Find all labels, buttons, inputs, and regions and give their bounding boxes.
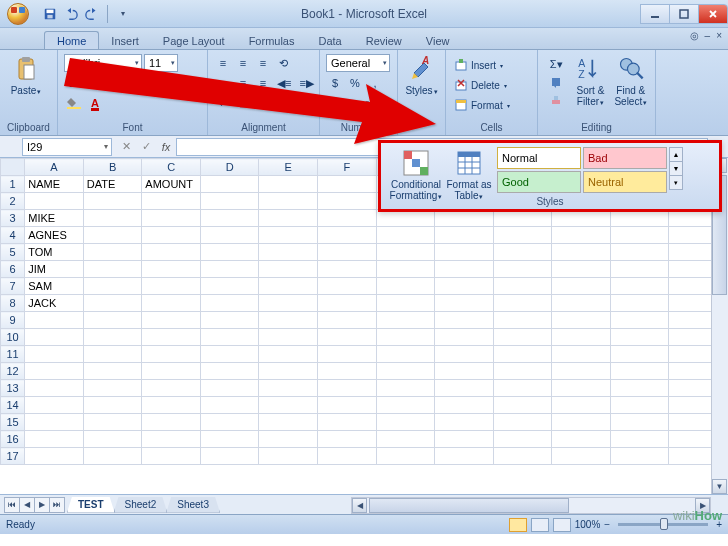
cell[interactable] (318, 193, 377, 210)
row-header[interactable]: 13 (1, 380, 25, 397)
cell[interactable]: MIKE (25, 210, 84, 227)
cell[interactable] (83, 363, 142, 380)
cell[interactable] (493, 227, 552, 244)
cell[interactable] (552, 261, 611, 278)
cell[interactable] (259, 346, 318, 363)
cell[interactable] (200, 278, 259, 295)
cell[interactable] (376, 295, 435, 312)
cell[interactable] (25, 346, 84, 363)
cell[interactable] (200, 261, 259, 278)
tab-page-layout[interactable]: Page Layout (151, 32, 237, 49)
format-as-table-button[interactable]: Format as Table (445, 147, 493, 209)
align-top-button[interactable]: ≡ (214, 54, 232, 72)
tab-insert[interactable]: Insert (99, 32, 151, 49)
row-header[interactable]: 17 (1, 448, 25, 465)
qat-customize-icon[interactable]: ▾ (115, 6, 131, 22)
font-color-button[interactable]: A (86, 94, 104, 112)
cell[interactable] (142, 414, 201, 431)
minimize-button[interactable] (640, 4, 670, 24)
cell[interactable] (552, 295, 611, 312)
cell[interactable] (610, 261, 669, 278)
cell[interactable] (142, 363, 201, 380)
border-button[interactable] (124, 74, 142, 92)
cell[interactable] (83, 397, 142, 414)
cell[interactable] (435, 346, 494, 363)
cell[interactable] (493, 329, 552, 346)
cell[interactable] (25, 312, 84, 329)
sheet-tab[interactable]: TEST (67, 497, 115, 513)
font-family-combo[interactable]: Calibri (64, 54, 142, 72)
cell[interactable] (493, 244, 552, 261)
cell[interactable] (552, 244, 611, 261)
cell[interactable] (259, 363, 318, 380)
increase-decimal-button[interactable]: .0→.00 (326, 94, 358, 112)
cell[interactable] (259, 193, 318, 210)
percent-format-button[interactable]: % (346, 74, 364, 92)
cell[interactable] (493, 380, 552, 397)
tab-home[interactable]: Home (44, 31, 99, 49)
style-neutral[interactable]: Neutral (583, 171, 667, 193)
cell[interactable] (259, 448, 318, 465)
cell[interactable] (259, 431, 318, 448)
last-sheet-button[interactable]: ⏭ (49, 497, 65, 513)
row-header[interactable]: 5 (1, 244, 25, 261)
cell[interactable] (259, 227, 318, 244)
style-normal[interactable]: Normal (497, 147, 581, 169)
cell[interactable] (200, 193, 259, 210)
insert-function-button[interactable]: fx (156, 138, 176, 156)
cell[interactable] (552, 312, 611, 329)
sort-filter-button[interactable]: AZ Sort & Filter (572, 53, 608, 108)
row-header[interactable]: 6 (1, 261, 25, 278)
cell[interactable] (142, 210, 201, 227)
cell[interactable] (493, 448, 552, 465)
cell[interactable] (83, 346, 142, 363)
cell[interactable] (610, 227, 669, 244)
find-select-button[interactable]: Find & Select (613, 53, 649, 108)
gallery-up-icon[interactable]: ▲ (669, 147, 683, 162)
cell[interactable] (142, 346, 201, 363)
tab-formulas[interactable]: Formulas (237, 32, 307, 49)
hscroll-thumb[interactable] (369, 498, 569, 513)
cell[interactable] (83, 329, 142, 346)
row-header[interactable]: 16 (1, 431, 25, 448)
maximize-button[interactable] (669, 4, 699, 24)
row-header[interactable]: 3 (1, 210, 25, 227)
style-bad[interactable]: Bad (583, 147, 667, 169)
row-header[interactable]: 14 (1, 397, 25, 414)
cell[interactable] (318, 346, 377, 363)
tab-review[interactable]: Review (354, 32, 414, 49)
cell[interactable] (376, 380, 435, 397)
cell[interactable] (435, 261, 494, 278)
clear-button[interactable] (544, 91, 568, 109)
cell[interactable] (376, 210, 435, 227)
cell[interactable] (142, 227, 201, 244)
cell[interactable] (318, 244, 377, 261)
cell[interactable] (142, 312, 201, 329)
column-header[interactable]: C (142, 159, 201, 176)
cell[interactable] (142, 431, 201, 448)
cell[interactable] (435, 448, 494, 465)
sheet-tab[interactable]: Sheet2 (114, 497, 168, 513)
cell[interactable] (376, 329, 435, 346)
cell[interactable] (318, 431, 377, 448)
cell[interactable] (376, 346, 435, 363)
help-icon[interactable]: ◎ (690, 30, 699, 41)
cell[interactable] (552, 414, 611, 431)
cell[interactable] (25, 329, 84, 346)
cell[interactable] (200, 397, 259, 414)
cell[interactable] (493, 278, 552, 295)
cell[interactable] (610, 363, 669, 380)
row-header[interactable]: 7 (1, 278, 25, 295)
cell[interactable] (259, 397, 318, 414)
cell[interactable] (259, 380, 318, 397)
cell[interactable] (610, 244, 669, 261)
cell[interactable] (142, 244, 201, 261)
cell[interactable] (610, 295, 669, 312)
cell[interactable] (493, 363, 552, 380)
cell[interactable] (25, 414, 84, 431)
zoom-level[interactable]: 100% (575, 519, 601, 530)
cell[interactable] (83, 210, 142, 227)
decrease-font-button[interactable]: A▾ (164, 74, 182, 92)
cell[interactable] (435, 312, 494, 329)
cell[interactable] (83, 312, 142, 329)
